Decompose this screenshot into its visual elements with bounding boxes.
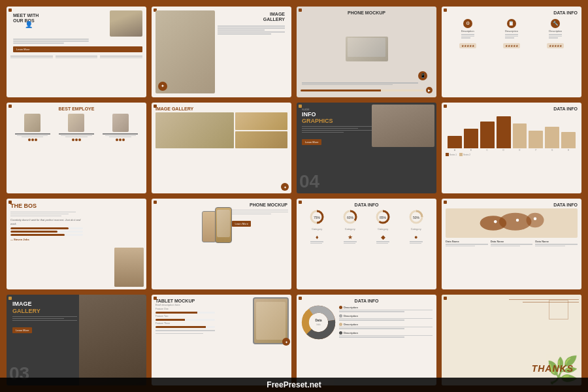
icon-2: 📋: [507, 19, 516, 28]
ig-dark-btn[interactable]: Learn More: [12, 327, 32, 333]
slide-dot-4: [444, 8, 447, 12]
svg-text:Info: Info: [316, 323, 320, 326]
svg-text:60%: 60%: [347, 216, 354, 220]
svg-text:Data: Data: [316, 319, 322, 322]
data-info-3-title: DATA INFO: [301, 203, 433, 207]
tablet-device: ✦: [253, 297, 289, 344]
leg-1: Description: [339, 306, 433, 312]
bos-text: Creativity doesn't wait for that perfect…: [10, 210, 83, 241]
data-info-title: DATA INFO: [446, 10, 578, 15]
bar-labels: A B C D E F G H: [446, 149, 578, 152]
slide-meet-bos: MEET WITH OUR BOS 👤 Learn More: [7, 7, 146, 97]
progress-icon: ▶: [426, 87, 433, 93]
slide-image-gallery-dark: IMAGE GALLERY Learn More 03: [7, 295, 146, 385]
gallery-title: IMAGE GALLERY: [263, 12, 285, 23]
employee-2: [54, 114, 98, 141]
icon-label-2: Description: [505, 29, 518, 33]
emp-2-photo: [68, 114, 84, 132]
bos-quote: Creativity doesn't wait for that perfect…: [10, 218, 83, 225]
bar-8: [561, 132, 576, 148]
slide-data-info-3: DATA INFO 75% Category 60% Category 85%: [297, 199, 436, 289]
info-graphics-text: SLIDE INFO GRAPHICS Learn More: [301, 106, 373, 147]
map-area: [446, 208, 578, 238]
gallery-icon-2: ✦: [281, 183, 289, 191]
thanks-text: THANKS: [532, 363, 574, 374]
map-svg: [446, 208, 578, 238]
ig-photo: [372, 105, 434, 147]
chart-legend: Series 1 Series 2: [446, 153, 578, 156]
slide-number: 04: [299, 171, 319, 192]
phone-front: [215, 207, 232, 243]
slide-dot-7: [299, 105, 302, 108]
slide-dot-5: [8, 105, 12, 108]
ig-dark-photo: [79, 295, 146, 385]
watermark: FreePreset.net: [0, 378, 588, 392]
learn-more-btn[interactable]: Learn More: [13, 46, 142, 52]
stars-3: ★★★★★: [547, 43, 564, 48]
circle-2-label: Category: [343, 227, 357, 231]
circle-1-label: Category: [310, 227, 324, 231]
decorative-box: [549, 300, 568, 319]
svg-text:75%: 75%: [314, 216, 321, 220]
slide-dot-14: [154, 297, 157, 300]
ig-btn[interactable]: Learn More: [302, 139, 321, 145]
circle-4-label: Category: [409, 227, 423, 231]
text-lines: [10, 38, 142, 44]
slide-dot-11: [299, 201, 302, 204]
slide-dot-8: [444, 105, 447, 108]
employees-list: [10, 114, 142, 141]
icon-3: 🔧: [551, 19, 560, 28]
slide-phone-mockup-2: PHONE MOCKUP Learn More: [152, 199, 291, 289]
bar-5: [513, 123, 527, 149]
circle-chart-3: 85%: [376, 210, 390, 224]
emp-1-name: [15, 133, 50, 135]
data-info-5-title: DATA INFO: [301, 299, 433, 303]
data-icon-4: ●: [410, 234, 423, 240]
slide-dot-3: [299, 8, 302, 12]
bar-2: [464, 129, 478, 148]
leg-item-3: Data Name: [535, 240, 578, 247]
laptop-image: [346, 37, 388, 61]
pm2-btn[interactable]: Learn More: [232, 221, 250, 227]
slide-data-info-4: DATA INFO Data Name Data Name Data Name: [442, 199, 581, 289]
phone-title: PHONE MOCKUP: [301, 10, 433, 15]
ig-dark-title: IMAGE GALLERY: [12, 301, 77, 315]
phone-back: [202, 211, 216, 242]
circle-1: 75% Category: [310, 210, 324, 231]
data-info-2-title: DATA INFO: [446, 106, 578, 111]
icon-row-2: ♦ ★ ◆ ●: [301, 234, 433, 244]
slide-dot-1: [8, 8, 12, 12]
circle-chart-1: 75%: [310, 210, 324, 224]
gallery-img-3: [235, 131, 287, 149]
icon-1: ⚙: [463, 19, 472, 28]
slide-dot-10: [154, 201, 157, 204]
progress-bars: [10, 227, 83, 236]
ig-dark-text: IMAGE GALLERY Learn More: [10, 299, 79, 336]
map-legend: Data Name Data Name Data Name: [446, 240, 578, 247]
emp-2-role2: [65, 137, 88, 137]
slide-1-photo: [110, 10, 142, 37]
employee-3: [99, 114, 142, 141]
data-icon-1: ♦: [310, 234, 323, 240]
bos-title: THE BOS: [10, 203, 142, 209]
emp-3-role2: [109, 137, 131, 137]
leg-3: Description: [339, 323, 433, 329]
leg-item-1: Data Name: [446, 240, 488, 247]
gallery-grid: [155, 112, 287, 148]
prog-label-1: Feature One: [155, 308, 215, 310]
circles-row: 75% Category 60% Category 85% Category: [301, 210, 433, 231]
employee-title: BEST EMPLOYE: [10, 106, 142, 111]
icon-box-3: 🔧 Description: [549, 19, 562, 39]
pm2-text: Learn More: [232, 208, 288, 227]
slide-data-info-5: DATA INFO Data Info Description Descript…: [297, 295, 436, 385]
circle-3-label: Category: [376, 227, 390, 231]
circle-4: 50% Category: [409, 210, 423, 231]
slide-image-gallery-2: IMAGE GALLERY ✦: [152, 103, 291, 193]
slide-tablet-mockup: TABLET MOCKUP Brief description here Fea…: [152, 295, 291, 385]
slide-phone-mockup-1: PHONE MOCKUP 📱 ▶: [297, 7, 436, 97]
slide-data-info-2: DATA INFO A B C D E F G H Series 1 Serie…: [442, 103, 581, 193]
bar-1: [448, 136, 462, 148]
circle-3: 85% Category: [376, 210, 390, 231]
bos-photo: [114, 248, 144, 287]
leg-2: Description: [339, 314, 433, 321]
